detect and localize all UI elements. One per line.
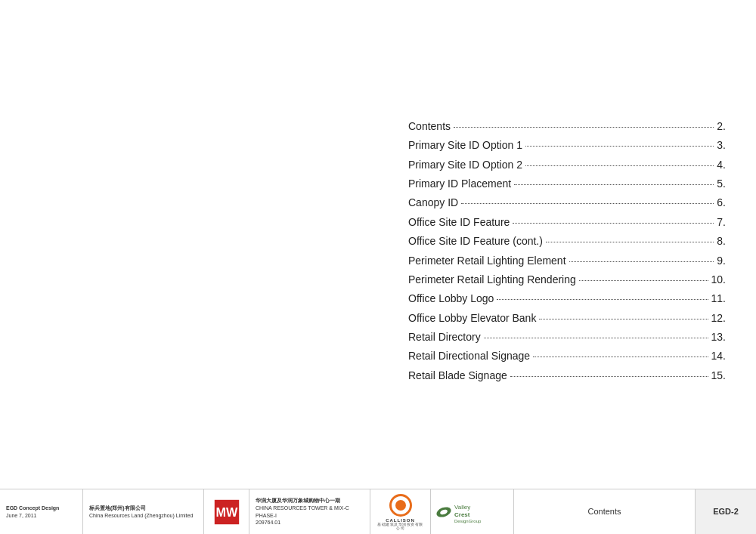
- footer-page-label: Contents: [587, 506, 621, 517]
- toc-item: Primary Site ID Option 24.: [408, 156, 726, 173]
- toc-item-dots: [579, 280, 708, 281]
- toc-item-label: Retail Blade Signage: [408, 367, 507, 384]
- svg-text:MW: MW: [215, 505, 237, 519]
- toc-item-label: Office Lobby Logo: [408, 290, 494, 307]
- footer-project-title-cell: 华润大厦及华润万象城购物中心一期 CHINA RESOURCES TOWER &…: [249, 489, 370, 534]
- footer-bar: EGD Concept Design June 7, 2011 标兵置地(郑州)…: [0, 489, 756, 534]
- callison-logo-icon: CALLISON 基础建筑及华润投资有限公司: [376, 494, 424, 530]
- toc-item: Office Lobby Logo11.: [408, 290, 726, 307]
- footer-page-number-cell: EGD-2: [696, 489, 756, 534]
- toc-item-number: 8.: [717, 233, 726, 249]
- toc-item-dots: [484, 338, 708, 338]
- toc-item-number: 11.: [711, 290, 726, 307]
- toc-item-label: Office Site ID Feature: [408, 214, 510, 230]
- footer-valley-crest-logo-cell: Valley Crest DesignGroup: [431, 489, 514, 534]
- toc-item: Retail Directional Signage14.: [408, 347, 726, 364]
- toc-item: Retail Directory13.: [408, 329, 726, 345]
- toc-item-dots: [569, 261, 714, 262]
- toc-item-dots: [513, 223, 714, 224]
- toc-item-number: 15.: [711, 367, 726, 384]
- footer-callison-logo-cell: CALLISON 基础建筑及华润投资有限公司: [370, 489, 431, 534]
- toc-item-number: 2.: [717, 118, 726, 134]
- footer-page-number: EGD-2: [713, 506, 739, 517]
- toc-item: Primary Site ID Option 13.: [408, 137, 726, 153]
- toc-item-dots: [454, 127, 714, 128]
- toc-item: Office Lobby Elevator Bank12.: [408, 310, 726, 326]
- toc-item-number: 3.: [717, 137, 726, 153]
- footer-project-title-zh: 华润大厦及华润万象城购物中心一期: [256, 497, 364, 505]
- svg-text:DesignGroup: DesignGroup: [454, 519, 482, 523]
- toc-item-label: Office Site ID Feature (cont.): [408, 233, 543, 249]
- footer-project-type: EGD Concept Design: [6, 505, 76, 512]
- footer-date: June 7, 2011: [6, 512, 76, 520]
- toc-item-dots: [525, 165, 714, 166]
- toc-item: Office Site ID Feature7.: [408, 214, 726, 230]
- toc-item-dots: [546, 242, 714, 242]
- footer-client-en: China Resources Land (Zhengzhou) Limited: [89, 512, 197, 520]
- toc-item: Perimeter Retail Lighting Element9.: [408, 252, 726, 269]
- toc-item-label: Perimeter Retail Lighting Element: [408, 252, 566, 269]
- toc-item-dots: [497, 299, 708, 300]
- toc-item-label: Perimeter Retail Lighting Rendering: [408, 271, 576, 288]
- toc-item-dots: [461, 203, 714, 204]
- toc-item-dots: [510, 376, 708, 377]
- footer-project-title-en: CHINA RESOURCES TOWER & MIX-C PHASE-I: [256, 505, 364, 520]
- toc-item-number: 13.: [711, 329, 726, 345]
- svg-text:Valley: Valley: [454, 504, 470, 511]
- main-content: Contents2.Primary Site ID Option 13.Prim…: [0, 0, 756, 489]
- toc-item-label: Retail Directional Signage: [408, 347, 530, 364]
- toc-item-number: 6.: [717, 194, 726, 211]
- toc-item-label: Primary Site ID Option 1: [408, 137, 522, 153]
- toc-item-label: Office Lobby Elevator Bank: [408, 310, 536, 326]
- footer-page-label-cell: Contents: [514, 489, 696, 534]
- toc-item-label: Contents: [408, 118, 451, 134]
- toc-item-dots: [514, 184, 714, 185]
- toc-item-label: Retail Directory: [408, 329, 481, 345]
- footer-project-number: 209764.01: [256, 519, 364, 526]
- toc-container: Contents2.Primary Site ID Option 13.Prim…: [408, 103, 726, 386]
- toc-item-number: 12.: [711, 310, 726, 326]
- toc-item-number: 10.: [711, 271, 726, 288]
- toc-item-label: Primary ID Placement: [408, 175, 511, 192]
- toc-item: Canopy ID6.: [408, 194, 726, 211]
- toc-item: Primary ID Placement5.: [408, 175, 726, 192]
- toc-item-number: 4.: [717, 156, 726, 173]
- toc-item-dots: [539, 319, 708, 319]
- footer-mw-logo-cell: MW: [204, 489, 249, 534]
- footer-client-zh: 标兵置地(郑州)有限公司: [89, 505, 197, 512]
- toc-item-number: 9.: [717, 252, 726, 269]
- toc-item-dots: [525, 146, 714, 147]
- toc-item-number: 5.: [717, 175, 726, 192]
- valley-crest-logo-icon: Valley Crest DesignGroup: [435, 497, 510, 527]
- toc-item-number: 14.: [711, 347, 726, 364]
- toc-item-number: 7.: [717, 214, 726, 230]
- svg-text:Crest: Crest: [454, 511, 470, 518]
- toc-item: Perimeter Retail Lighting Rendering10.: [408, 271, 726, 288]
- footer-project-info: EGD Concept Design June 7, 2011: [0, 489, 83, 534]
- toc-item: Office Site ID Feature (cont.)8.: [408, 233, 726, 249]
- mw-logo-icon: MW: [213, 499, 240, 526]
- toc-item: Contents2.: [408, 118, 726, 134]
- toc-item-label: Canopy ID: [408, 194, 458, 211]
- toc-item: Retail Blade Signage15.: [408, 367, 726, 384]
- footer-client-info: 标兵置地(郑州)有限公司 China Resources Land (Zheng…: [83, 489, 204, 534]
- toc-item-dots: [533, 357, 708, 357]
- toc-item-label: Primary Site ID Option 2: [408, 156, 522, 173]
